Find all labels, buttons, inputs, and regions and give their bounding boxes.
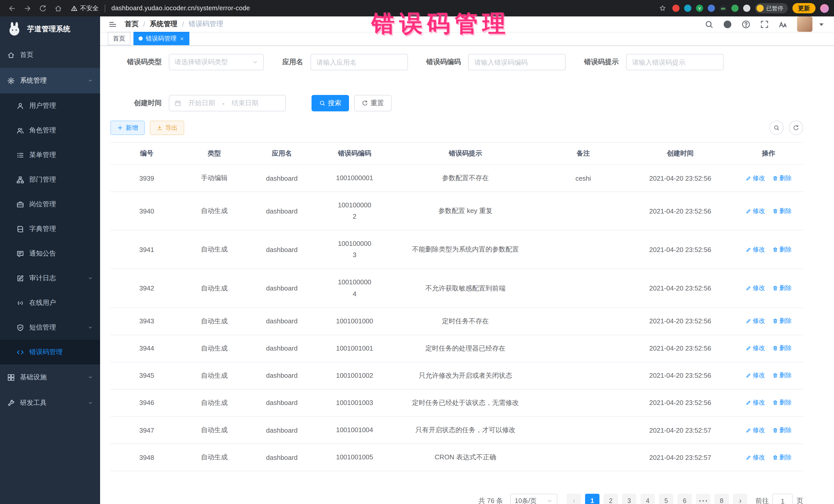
pinwheel-extension-icon[interactable] [743, 5, 750, 12]
edit-link[interactable]: 修改 [745, 284, 765, 292]
collapse-menu-icon[interactable] [108, 20, 117, 28]
sidebar-item-menu-management[interactable]: 菜单管理 [0, 143, 100, 167]
sidebar-menu: 首页系统管理用户管理角色管理菜单管理部门管理岗位管理字典管理通知公告审计日志在线… [0, 42, 100, 504]
sidebar-item-dept-management[interactable]: 部门管理 [0, 167, 100, 192]
sidebar-item-notice[interactable]: 通知公告 [0, 241, 100, 266]
table-row: 3941自动生成dashboard100100000 3不能删除类型为系统内置的… [110, 231, 803, 269]
sidebar-item-infrastructure[interactable]: 基础设施 [0, 365, 100, 390]
refresh-icon [362, 100, 368, 106]
app-logo[interactable]: 芋道管理系统 [0, 17, 100, 42]
breadcrumb-system[interactable]: 系统管理 [150, 20, 178, 29]
cell-time: 2021-04-20 23:52:56 [627, 192, 734, 230]
goto-page-input[interactable] [772, 494, 793, 504]
page-button-3[interactable]: 3 [622, 494, 636, 504]
edit-link[interactable]: 修改 [745, 371, 765, 380]
cell-time: 2021-04-20 23:52:56 [627, 335, 734, 362]
error-type-select[interactable]: 请选择错误码类型 [169, 54, 264, 70]
sidebar-item-post-management[interactable]: 岗位管理 [0, 192, 100, 217]
app-name-input[interactable] [310, 54, 408, 70]
bookmark-star-icon[interactable] [657, 3, 668, 13]
browser-avatar[interactable] [820, 4, 829, 13]
edit-link[interactable]: 修改 [745, 344, 765, 353]
tab-error-code[interactable]: 错误码管理 [133, 32, 190, 45]
create-time-range-picker[interactable]: 开始日期 - 结束日期 [169, 95, 286, 111]
delete-link[interactable]: 删除 [772, 317, 792, 325]
security-indicator[interactable]: 不安全 [71, 4, 98, 13]
error-hint-input[interactable] [626, 54, 723, 70]
check-extension-icon[interactable]: V [696, 5, 703, 12]
forward-icon[interactable] [21, 2, 34, 15]
error-code-input[interactable] [468, 54, 566, 70]
refresh-table-button[interactable] [789, 120, 803, 135]
search-button[interactable]: 搜索 [311, 95, 349, 111]
grid-extension-icon[interactable] [708, 5, 715, 12]
prev-page-button[interactable] [567, 494, 581, 504]
sidebar-item-home[interactable]: 首页 [0, 42, 100, 68]
tab-home[interactable]: 首页 [108, 32, 130, 45]
toggle-search-button[interactable] [769, 120, 784, 135]
search-icon[interactable] [705, 20, 714, 28]
add-button[interactable]: 新增 [110, 120, 145, 135]
edit-link[interactable]: 修改 [745, 317, 765, 325]
drop-extension-icon[interactable] [684, 5, 691, 12]
page-button-4[interactable]: 4 [640, 494, 655, 504]
edit-link[interactable]: 修改 [745, 174, 765, 182]
next-page-button[interactable] [733, 494, 747, 504]
sidebar-item-dict-management[interactable]: 字典管理 [0, 217, 100, 241]
edit-link[interactable]: 修改 [745, 245, 765, 254]
fullscreen-icon[interactable] [760, 20, 769, 28]
reset-button[interactable]: 重置 [354, 95, 392, 111]
page-button-2[interactable]: 2 [603, 494, 618, 504]
page-size-select[interactable]: 10条/页 [510, 494, 557, 504]
update-button[interactable]: 更新 [792, 3, 815, 13]
github-icon[interactable] [723, 20, 732, 28]
back-icon[interactable] [5, 2, 19, 15]
url-bar[interactable]: dashboard.yudao.iocoder.cn/system/error-… [111, 5, 250, 12]
edit-link[interactable]: 修改 [745, 453, 765, 462]
export-button[interactable]: 导出 [150, 120, 184, 135]
delete-link[interactable]: 删除 [772, 453, 792, 462]
help-icon[interactable] [742, 20, 750, 28]
record-extension-icon[interactable] [672, 5, 680, 12]
sidebar-item-system-management[interactable]: 系统管理 [0, 68, 100, 93]
more-pages-button[interactable] [696, 494, 710, 504]
delete-link[interactable]: 删除 [772, 426, 792, 435]
browser-home-icon[interactable] [51, 2, 65, 15]
sidebar-item-online-user[interactable]: 在线用户 [0, 290, 100, 315]
user-avatar[interactable] [797, 17, 812, 32]
cell-code: 1001001005 [318, 444, 391, 471]
delete-link[interactable]: 删除 [772, 371, 792, 380]
leaf-extension-icon[interactable] [731, 5, 739, 12]
caret-down-icon[interactable] [817, 20, 826, 28]
breadcrumb-home[interactable]: 首页 [125, 20, 138, 29]
sidebar-item-sms-management[interactable]: 短信管理 [0, 315, 100, 340]
cell-type: 自动生成 [183, 362, 246, 389]
chevron-down-icon [88, 276, 93, 281]
edit-link[interactable]: 修改 [745, 426, 765, 435]
close-tab-icon[interactable] [180, 36, 184, 41]
dark-extension-icon[interactable]: on [720, 5, 727, 12]
delete-link[interactable]: 删除 [772, 398, 792, 407]
delete-link[interactable]: 删除 [772, 174, 792, 182]
profile-paused-badge[interactable]: 已暂停 [755, 3, 788, 13]
page-button-1[interactable]: 1 [585, 494, 599, 504]
sidebar-item-user-management[interactable]: 用户管理 [0, 93, 100, 118]
chevron-down-icon [252, 59, 258, 65]
sidebar-item-dev-tools[interactable]: 研发工具 [0, 390, 100, 416]
delete-link[interactable]: 删除 [772, 206, 792, 215]
sidebar-item-role-management[interactable]: 角色管理 [0, 118, 100, 143]
delete-link[interactable]: 删除 [772, 284, 792, 292]
page-button-5[interactable]: 5 [659, 494, 673, 504]
edit-link[interactable]: 修改 [745, 206, 765, 215]
page-button-8[interactable]: 8 [715, 494, 729, 504]
total-count: 共 76 条 [479, 496, 503, 504]
edit-link[interactable]: 修改 [745, 398, 765, 407]
delete-link[interactable]: 删除 [772, 245, 792, 254]
tool-icon [7, 399, 15, 407]
page-button-6[interactable]: 6 [678, 494, 692, 504]
reload-icon[interactable] [36, 2, 49, 15]
sidebar-item-audit-log[interactable]: 审计日志 [0, 266, 100, 290]
sidebar-item-error-code-management[interactable]: 错误码管理 [0, 340, 100, 365]
delete-link[interactable]: 删除 [772, 344, 792, 353]
font-size-icon[interactable] [778, 20, 787, 28]
